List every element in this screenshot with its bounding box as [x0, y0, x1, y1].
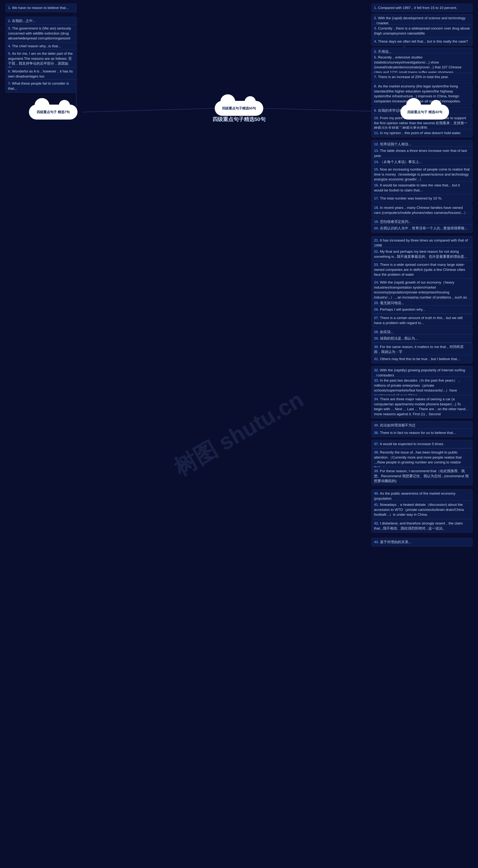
card-text: 毫无疑问地说... — [380, 301, 404, 305]
card-number: 10. — [374, 116, 380, 120]
card-text: I disbelieve, and therefore strongly res… — [374, 521, 463, 530]
right-card-7: 7. There is an increase of 20% in total … — [372, 73, 472, 81]
right-card-36: 36. There is in fact no reason for us to… — [372, 429, 472, 437]
left-card-4: 4. The chief reason why...is that... — [6, 42, 76, 51]
card-number: 8. — [374, 84, 378, 88]
cloud-left: 四级重点句子 精选7句 — [29, 104, 77, 120]
left-card-7: 7. What these people fail to consider is… — [6, 80, 76, 93]
card-number: 40. — [374, 491, 380, 495]
card-number: 4. — [374, 39, 378, 43]
card-text: Recently，extensive studies (statistics/s… — [374, 55, 461, 74]
card-text: Currently，there is a widespread concern … — [374, 26, 470, 35]
right-card-30: 30. For the same reason, it matters to m… — [372, 343, 472, 356]
card-number: 19. — [374, 220, 380, 224]
card-text: It would be reasonable to take the view … — [374, 183, 460, 192]
cloud-right: 四级重点句子 精选43句 — [401, 104, 449, 120]
right-card-18: 18. In recent years，many Chinese familie… — [372, 204, 472, 217]
card-text: With the (rapid) development of science … — [374, 16, 466, 25]
card-number: 32. — [374, 368, 380, 372]
right-card-23: 23. There is a wide spread concern that … — [372, 260, 472, 279]
right-card-39: 39. For these reason, I recommend that（在… — [372, 467, 472, 485]
right-card-16: 16. It would be reasonable to take the v… — [372, 181, 472, 194]
card-text: It would be expected to increase 5 times… — [380, 442, 444, 446]
card-number: 26. — [374, 307, 380, 311]
card-number: 20. — [374, 226, 380, 230]
card-text: There is an increase of 20% in total thi… — [378, 75, 449, 79]
card-text: What these people fail to consider is th… — [8, 82, 69, 90]
card-text: （从每个人来说）事实上... — [380, 160, 422, 164]
card-number: 17. — [374, 196, 380, 200]
right-card-3: 3. Currently，there is a widespread conce… — [372, 24, 472, 37]
right-card-26: 26. Perhaps I will question why... — [372, 305, 472, 314]
card-number: 5. — [374, 50, 378, 54]
card-text: It has increased by three times as compa… — [374, 238, 468, 247]
card-number: 28. — [374, 330, 380, 334]
card-number: 37. — [374, 442, 380, 446]
card-number: 36. — [374, 431, 380, 435]
right-card-8: 8. As the market economy (the legal syst… — [372, 82, 472, 105]
card-number: 23. — [374, 262, 380, 267]
card-number: 13. — [374, 149, 380, 153]
card-number: 39. — [374, 469, 380, 473]
card-text: For the same reason, it matters to me th… — [374, 345, 464, 354]
card-text: 在我的...之中... — [12, 19, 36, 23]
card-text: In the past two decades（In the past five… — [374, 378, 461, 397]
card-number: 25. — [374, 301, 380, 305]
card-number: 33. — [374, 378, 380, 382]
card-text: In my opinion，this point of view doesn't… — [380, 131, 461, 135]
card-text: Nowadays，a heated debate（discussion) abo… — [374, 503, 464, 517]
card-number: 12. — [374, 142, 380, 146]
card-text: Perhaps I will question why... — [380, 307, 425, 311]
card-text: There are three major values of owning a… — [374, 397, 469, 416]
card-text: There is in fact no reason for us to bel… — [380, 431, 456, 435]
card-number: 18. — [374, 206, 380, 210]
card-number: 5. — [8, 52, 12, 56]
right-card-4: 4. These days we often tell that... but … — [372, 37, 472, 46]
card-number: 3. — [8, 26, 12, 30]
card-text: 不用说... — [378, 50, 391, 54]
card-text: In recent years，many Chinese families ha… — [374, 206, 469, 215]
card-text: Others may find this to be true，but I be… — [380, 357, 460, 361]
right-card-43: 43. 基于对理由的关系... — [372, 538, 472, 546]
card-text: These days we often tell that... but is … — [378, 39, 468, 43]
left-card-2: 2. 在我的...之中... — [6, 17, 76, 25]
card-text: 此论如何理清都不为过 — [380, 423, 415, 427]
card-text: For these reason, I recommend that（在此我推荐… — [374, 469, 469, 483]
right-card-31: 31. Others may find this to be true，but … — [372, 355, 472, 363]
card-number: 14. — [374, 160, 380, 164]
card-text: 在我认识的人当中，世界没有一个人比...更值得我尊敬... — [380, 226, 468, 230]
card-text: 就我的想法是...我认为... — [380, 336, 418, 340]
card-number: 38. — [374, 451, 380, 454]
right-card-11: 11. In my opinion，this point of view doe… — [372, 129, 472, 137]
right-card-27: 27. There is a certain amount of truth i… — [372, 314, 472, 327]
card-text: 如实说... — [380, 330, 393, 334]
card-number: 2. — [374, 16, 378, 20]
card-text: There is a wide spread concern that many… — [374, 262, 465, 276]
right-card-15: 15. Now an increasing number of people c… — [372, 165, 472, 184]
right-card-22: 22. My final and perhaps my best reason … — [372, 247, 472, 261]
card-number: 6. — [8, 69, 12, 73]
card-number: 27. — [374, 316, 380, 320]
card-number: 1. — [8, 6, 12, 10]
right-card-20: 20. 在我认识的人当中，世界没有一个人比...更值得我尊敬... — [372, 224, 472, 232]
right-card-37: 37. It would be expected to increase 5 t… — [372, 440, 472, 448]
right-card-41: 41. Nowadays，a heated debate（discussion)… — [372, 501, 472, 519]
right-card-42: 42. I disbelieve, and therefore strongly… — [372, 519, 472, 532]
card-number: 29. — [374, 336, 380, 340]
card-number: 15. — [374, 167, 380, 171]
card-number: 42. — [374, 521, 380, 525]
card-text: 基于对理由的关系... — [380, 540, 411, 544]
card-text: Wonderful as A is，however，it has its own… — [8, 69, 73, 78]
card-text: The chief reason why...is that... — [12, 44, 61, 48]
card-number: 1. — [374, 6, 378, 10]
card-number: 24. — [374, 280, 380, 284]
card-number: 6. — [374, 55, 378, 59]
card-text: Compared with 1997，it fell from 15 to 10… — [378, 6, 457, 10]
card-number: 34. — [374, 397, 380, 401]
card-number: 30. — [374, 345, 380, 349]
right-card-17: 17. The total number was lowered by 10 %… — [372, 194, 472, 203]
card-number: 41. — [374, 503, 380, 506]
cloud-right-label: 四级重点句子 精选43句 — [405, 110, 444, 114]
card-number: 16. — [374, 183, 380, 187]
card-number: 7. — [374, 75, 378, 79]
